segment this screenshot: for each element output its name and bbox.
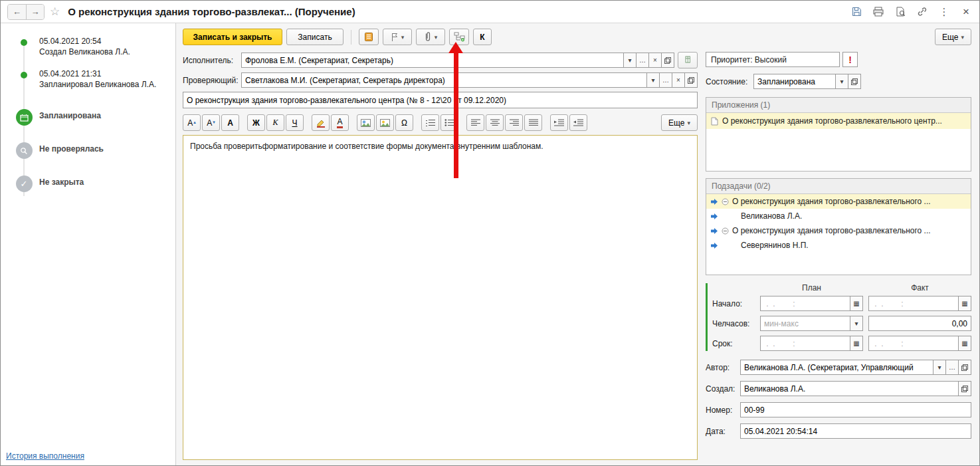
bulleted-list-button[interactable] <box>441 114 458 131</box>
executor-input[interactable] <box>241 53 624 68</box>
subtask-row[interactable]: Северянинов Н.П. <box>706 238 971 253</box>
open-icon <box>664 57 671 64</box>
window-menu-button[interactable]: ⋮ <box>937 5 951 19</box>
paperclip-icon <box>424 32 432 42</box>
author-input[interactable] <box>740 360 933 375</box>
arrow-left-icon: ← <box>13 7 21 17</box>
created-open-button[interactable] <box>959 381 971 396</box>
save-button[interactable]: Записать <box>286 29 343 45</box>
chevron-down-icon: ▾ <box>435 34 438 41</box>
font-size-decrease-button[interactable]: А▾ <box>202 114 220 131</box>
executor-select-button[interactable]: … <box>637 53 649 68</box>
close-window-button[interactable]: × <box>959 5 973 19</box>
align-center-icon <box>490 119 500 126</box>
save-and-close-button[interactable]: Записать и закрыть <box>183 29 282 45</box>
bold-button[interactable]: Ж <box>247 114 265 131</box>
reviewer-open-button[interactable] <box>685 72 698 88</box>
italic-button[interactable]: К <box>266 114 284 131</box>
task-description-editor[interactable]: Просьба проверитьформатирование и соотве… <box>183 135 698 460</box>
editor-more-button[interactable]: Еще ▾ <box>661 114 698 131</box>
collapse-icon[interactable] <box>722 198 729 205</box>
forward-button[interactable]: → <box>26 5 44 19</box>
created-row: Создал: <box>706 381 971 396</box>
attachment-item[interactable]: О реконструкция здания торгово-развлекат… <box>706 113 971 129</box>
manhours-dropdown-button[interactable]: ▾ <box>850 316 863 331</box>
attachments-button[interactable]: ▾ <box>416 29 445 45</box>
reviewer-input[interactable] <box>241 72 647 88</box>
print-button[interactable] <box>872 5 885 19</box>
subject-input[interactable] <box>183 92 698 108</box>
control-button[interactable]: К <box>473 29 492 45</box>
planned-calendar-icon <box>16 109 33 126</box>
priority-field[interactable]: Приоритет: Высокий <box>706 52 840 67</box>
reviewer-dropdown-button[interactable]: ▾ <box>647 72 660 88</box>
font-button[interactable]: А <box>221 114 239 131</box>
subtask-row[interactable]: О реконструкция здания торгово-развлекат… <box>706 194 971 209</box>
get-link-button[interactable] <box>916 5 929 19</box>
plan-fact-section: План Факт Начало: ▦ ▦ <box>706 283 971 351</box>
start-plan-input[interactable] <box>760 296 850 311</box>
back-button[interactable]: ← <box>8 5 26 19</box>
collapse-icon[interactable] <box>722 227 729 235</box>
subtask-row[interactable]: О реконструкция здания торгово-развлекат… <box>706 223 971 238</box>
insert-link-image-button[interactable] <box>357 114 375 131</box>
start-fact-calendar-button[interactable]: ▦ <box>959 296 971 311</box>
subtask-executor: Северянинов Н.П. <box>741 241 809 250</box>
executor-label: Исполнитель: <box>183 56 241 65</box>
calendar-icon: ▦ <box>961 340 967 347</box>
highlight-color-button[interactable] <box>312 114 330 131</box>
author-select-button[interactable]: … <box>946 360 959 375</box>
align-left-button[interactable] <box>466 114 484 131</box>
favorite-button[interactable]: ☆ <box>50 5 60 19</box>
indent-increase-button[interactable] <box>550 114 568 131</box>
state-input[interactable] <box>753 74 836 89</box>
form-area: Записать и закрыть Записать ▾ ▾ К <box>176 23 979 465</box>
font-size-increase-button[interactable]: А▴ <box>183 114 201 131</box>
manhours-fact-input[interactable] <box>868 316 971 331</box>
start-fact-input[interactable] <box>868 296 959 311</box>
font-color-button[interactable]: А <box>331 114 349 131</box>
more-button[interactable]: Еще ▾ <box>935 29 971 45</box>
attachment-name: О реконструкция здания торгово-развлекат… <box>722 116 942 126</box>
start-plan-calendar-button[interactable]: ▦ <box>850 296 863 311</box>
star-icon: ☆ <box>50 5 60 18</box>
due-plan-input[interactable] <box>760 336 850 351</box>
due-plan-calendar-button[interactable]: ▦ <box>850 336 863 351</box>
author-open-button[interactable] <box>959 360 971 375</box>
due-fact-calendar-button[interactable]: ▦ <box>959 336 971 351</box>
executor-dropdown-button[interactable]: ▾ <box>624 53 637 68</box>
align-right-button[interactable] <box>505 114 523 131</box>
align-justify-button[interactable] <box>524 114 542 131</box>
number-input[interactable] <box>740 402 971 417</box>
executor-open-button[interactable] <box>662 53 674 68</box>
due-fact-input[interactable] <box>868 336 959 351</box>
insert-picture-button[interactable] <box>376 114 394 131</box>
state-dropdown-button[interactable]: ▾ <box>836 74 848 89</box>
save-file-button[interactable] <box>850 5 863 19</box>
history-link[interactable]: История выполнения <box>6 451 84 461</box>
subtask-title: О реконструкция здания торгово-развлекат… <box>732 226 931 235</box>
insert-symbol-button[interactable]: Ω <box>395 114 413 131</box>
flag-button[interactable]: ▾ <box>383 29 412 45</box>
reviewer-clear-button[interactable]: × <box>672 72 685 88</box>
align-center-button[interactable] <box>486 114 504 131</box>
task-tree-button[interactable] <box>449 29 469 45</box>
state-open-button[interactable] <box>848 74 861 89</box>
journal-button[interactable] <box>359 29 379 45</box>
priority-mark-button[interactable]: ! <box>842 52 858 67</box>
indent-decrease-button[interactable] <box>569 114 587 131</box>
manhours-row: Челчасов: ▾ <box>712 316 971 331</box>
numbered-list-button[interactable] <box>421 114 439 131</box>
date-input[interactable] <box>740 423 971 439</box>
manhours-plan-input[interactable] <box>760 316 850 331</box>
underline-button[interactable]: Ч <box>286 114 304 131</box>
nav-group: ← → <box>7 4 45 20</box>
due-row: Срок: ▦ ▦ <box>712 336 971 351</box>
preview-button[interactable] <box>894 5 907 19</box>
executor-clear-button[interactable]: × <box>649 53 662 68</box>
reviewer-select-button[interactable]: … <box>660 72 672 88</box>
add-executor-button[interactable] <box>678 52 698 68</box>
author-dropdown-button[interactable]: ▾ <box>933 360 946 375</box>
created-input[interactable] <box>740 381 959 396</box>
subtask-row[interactable]: Великанова Л.А. <box>706 209 971 223</box>
